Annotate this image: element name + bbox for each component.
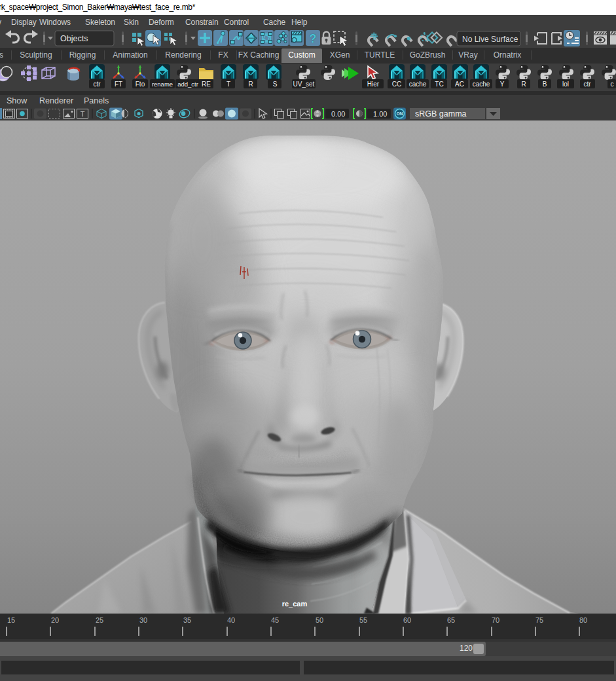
svg-text:add_ctr: add_ctr — [177, 81, 198, 88]
svg-text:1.00: 1.00 — [373, 110, 387, 118]
svg-text:Y: Y — [500, 81, 505, 88]
svg-text:0.00: 0.00 — [331, 110, 345, 118]
svg-text:Objects: Objects — [60, 34, 88, 43]
svg-text:UV_set: UV_set — [293, 81, 315, 88]
svg-text:?: ? — [310, 32, 317, 45]
svg-text:B: B — [543, 81, 547, 88]
svg-text:FT: FT — [115, 81, 122, 88]
svg-text:cache: cache — [409, 81, 427, 88]
svg-text:S: S — [273, 81, 278, 88]
svg-text:AC: AC — [455, 81, 464, 88]
svg-text:No Live Surface: No Live Surface — [462, 35, 518, 44]
svg-text:R: R — [521, 81, 526, 88]
svg-text:ctr: ctr — [93, 81, 101, 88]
svg-text:sRGB gamma: sRGB gamma — [415, 109, 467, 119]
svg-text:re_cam: re_cam — [282, 600, 308, 608]
svg-text:rename: rename — [152, 81, 173, 88]
svg-text:R: R — [248, 81, 253, 88]
svg-text:RE: RE — [202, 81, 211, 88]
svg-text:T: T — [81, 110, 85, 118]
svg-text:c: c — [611, 81, 614, 88]
svg-text:cache: cache — [473, 81, 490, 88]
svg-text:Hier: Hier — [367, 81, 380, 88]
svg-text:lol: lol — [562, 81, 569, 88]
svg-text:CC: CC — [392, 81, 401, 88]
svg-text:TC: TC — [435, 81, 443, 88]
svg-text:ON: ON — [397, 111, 403, 116]
svg-text:Fto: Fto — [136, 81, 145, 88]
svg-text:ctr: ctr — [583, 81, 591, 88]
svg-text:T: T — [226, 81, 230, 88]
